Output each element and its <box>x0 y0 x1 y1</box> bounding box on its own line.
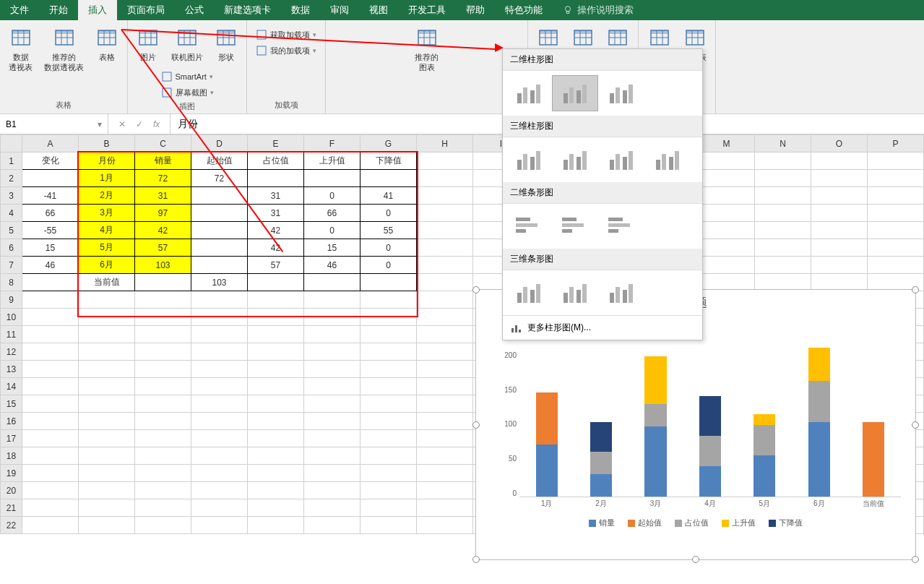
cell-M5[interactable] <box>699 222 755 239</box>
row-header-4[interactable]: 4 <box>1 205 22 222</box>
cell-M2[interactable] <box>699 170 755 187</box>
cell-C5[interactable]: 42 <box>135 222 191 239</box>
cell-F13[interactable] <box>304 361 360 378</box>
cell-C14[interactable] <box>135 378 191 395</box>
cell-D16[interactable] <box>191 413 248 430</box>
cell-H12[interactable] <box>417 343 473 361</box>
cell-C13[interactable] <box>135 361 191 378</box>
cell-N3[interactable] <box>755 187 811 205</box>
cell-B11[interactable] <box>79 326 135 343</box>
cell-D9[interactable] <box>191 291 248 309</box>
cell-M1[interactable] <box>699 153 755 170</box>
chart-type-stacked100-col[interactable] <box>598 75 644 111</box>
cell-A7[interactable]: 46 <box>22 257 79 274</box>
cell-C7[interactable]: 103 <box>135 257 191 274</box>
row-header-6[interactable]: 6 <box>1 239 22 257</box>
cell-E9[interactable] <box>248 291 304 309</box>
cell-A12[interactable] <box>22 343 79 361</box>
cell-E1[interactable]: 占位值 <box>248 153 304 170</box>
row-header-12[interactable]: 12 <box>1 343 22 361</box>
chart-resize-handle[interactable] <box>912 556 919 563</box>
cell-D2[interactable]: 72 <box>191 170 248 187</box>
chart-resize-handle[interactable] <box>472 421 480 429</box>
cancel-icon[interactable]: ✕ <box>118 119 126 129</box>
cell-G7[interactable]: 0 <box>360 257 417 274</box>
chart-type-3d-col[interactable] <box>644 142 691 178</box>
cell-F9[interactable] <box>304 291 360 309</box>
row-header-5[interactable]: 5 <box>1 222 22 239</box>
cell-G5[interactable]: 55 <box>360 222 417 239</box>
cell-G21[interactable] <box>360 499 417 517</box>
ribbon-small-myaddins[interactable]: 我的加载项▾ <box>251 43 321 58</box>
cell-E3[interactable]: 31 <box>248 187 304 205</box>
cell-F4[interactable]: 66 <box>304 205 360 222</box>
cell-A19[interactable] <box>22 465 79 482</box>
cell-G11[interactable] <box>360 326 417 343</box>
legend-item-起始值[interactable]: 起始值 <box>628 518 662 528</box>
cell-A11[interactable] <box>22 326 79 343</box>
ribbon-btn-table[interactable]: 表格 <box>91 23 123 65</box>
cell-F21[interactable] <box>304 499 360 517</box>
cell-E16[interactable] <box>248 413 304 430</box>
cell-M4[interactable] <box>699 205 755 222</box>
cell-F2[interactable] <box>304 170 360 187</box>
cell-G4[interactable]: 0 <box>360 205 417 222</box>
cell-G1[interactable]: 下降值 <box>360 153 417 170</box>
cell-A3[interactable]: -41 <box>22 187 79 205</box>
cell-C9[interactable] <box>135 291 191 309</box>
ribbon-btn-picture[interactable]: 图片 <box>132 23 164 65</box>
cell-A14[interactable] <box>22 378 79 395</box>
cell-D18[interactable] <box>191 447 248 465</box>
cell-B19[interactable] <box>79 465 135 482</box>
cell-E21[interactable] <box>248 499 304 517</box>
cell-E14[interactable] <box>248 378 304 395</box>
cell-F20[interactable] <box>304 482 360 499</box>
row-header-20[interactable]: 20 <box>1 482 22 499</box>
column-header-F[interactable]: F <box>304 135 360 153</box>
menu-item-3[interactable]: 页面布局 <box>117 0 175 20</box>
cell-A8[interactable] <box>22 274 79 291</box>
chart-type-stacked100-bar[interactable] <box>598 208 644 244</box>
row-header-7[interactable]: 7 <box>1 257 22 274</box>
cell-F12[interactable] <box>304 343 360 361</box>
cell-F3[interactable]: 0 <box>304 187 360 205</box>
cell-B18[interactable] <box>79 447 135 465</box>
cell-B12[interactable] <box>79 343 135 361</box>
chart-type-3d-stacked100-bar[interactable] <box>598 275 644 311</box>
chart-type-3d-stacked100[interactable] <box>598 142 644 178</box>
ribbon-btn-chart-rec[interactable]: 推荐的 图表 <box>410 23 443 75</box>
chart-type-dropdown[interactable]: 二维柱形图三维柱形图二维条形图三维条形图更多柱形图(M)... <box>502 48 703 340</box>
cell-P3[interactable] <box>868 187 924 205</box>
cell-D12[interactable] <box>191 343 248 361</box>
ribbon-btn-pivot[interactable]: 数据 透视表 <box>4 23 37 75</box>
cell-E8[interactable] <box>248 274 304 291</box>
column-header-P[interactable]: P <box>868 135 924 153</box>
cell-C12[interactable] <box>135 343 191 361</box>
cell-F7[interactable]: 46 <box>304 257 360 274</box>
cell-M7[interactable] <box>699 257 755 274</box>
cell-P1[interactable] <box>868 153 924 170</box>
legend-item-占位值[interactable]: 占位值 <box>675 518 709 528</box>
cell-H21[interactable] <box>417 499 473 517</box>
cell-B3[interactable]: 2月 <box>79 187 135 205</box>
chart-resize-handle[interactable] <box>472 556 480 563</box>
cell-P2[interactable] <box>868 170 924 187</box>
row-header-8[interactable]: 8 <box>1 274 22 291</box>
cell-G13[interactable] <box>360 361 417 378</box>
row-header-1[interactable]: 1 <box>1 153 22 170</box>
cell-F17[interactable] <box>304 430 360 447</box>
cell-F14[interactable] <box>304 378 360 395</box>
cell-C16[interactable] <box>135 413 191 430</box>
cell-E7[interactable]: 57 <box>248 257 304 274</box>
cell-D6[interactable] <box>191 239 248 257</box>
cell-H20[interactable] <box>417 482 473 499</box>
cell-G6[interactable]: 0 <box>360 239 417 257</box>
chart-resize-handle[interactable] <box>692 556 699 563</box>
row-header-16[interactable]: 16 <box>1 413 22 430</box>
cell-P6[interactable] <box>868 239 924 257</box>
menu-item-4[interactable]: 公式 <box>175 0 214 20</box>
cell-B16[interactable] <box>79 413 135 430</box>
cell-H6[interactable] <box>417 239 473 257</box>
row-header-15[interactable]: 15 <box>1 395 22 413</box>
menu-item-9[interactable]: 开发工具 <box>398 0 456 20</box>
